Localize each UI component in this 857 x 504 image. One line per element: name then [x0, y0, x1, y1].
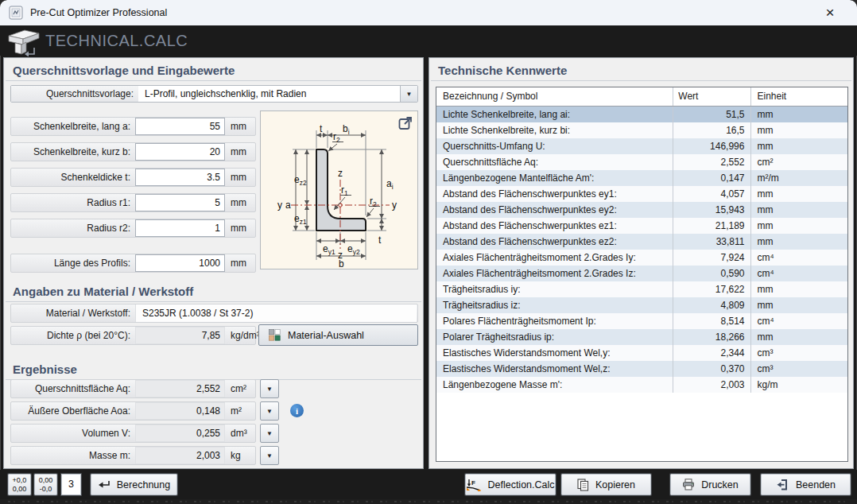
footer-bar: +0,0 0,00 0,00 -0,0 3 Berechnung F De — [0, 470, 857, 499]
kennwert-value: 18,266 — [673, 329, 750, 345]
increase-decimals-button[interactable]: +0,0 0,00 — [8, 474, 31, 495]
material-select-button[interactable]: Material-Auswahl — [258, 324, 418, 346]
kennwert-unit: cm⁴ — [750, 250, 847, 266]
density-label: Dichte ρ (bei 20°C): — [11, 327, 130, 344]
kennwert-unit: mm — [750, 329, 847, 345]
input-field-row: Schenkeldicke t: 3.5 mm — [10, 168, 256, 187]
input-field-row: Schenkelbreite, kurz b: 20 mm — [10, 142, 256, 161]
kennwert-unit: mm — [750, 122, 847, 138]
dim-label-t-right: t — [378, 235, 382, 246]
kennwert-unit: cm⁴ — [750, 266, 847, 281]
template-label: Querschnittsvorlage: — [11, 86, 138, 102]
dim-label-a: a — [285, 200, 291, 211]
field-unit: mm — [231, 194, 246, 211]
field-unit: mm — [231, 169, 246, 186]
length-input[interactable]: 1000 — [135, 254, 225, 272]
kennwert-value: 2,003 — [673, 377, 750, 393]
printer-icon — [682, 479, 695, 490]
kennwert-value: 4,057 — [673, 186, 750, 202]
result-row: Masse m: 2,003 kg ▼ i — [10, 446, 312, 465]
kennwert-value: 16,5 — [673, 122, 750, 138]
dim-label-y-left: y — [277, 200, 282, 211]
kennwerte-row[interactable]: Polarer Trägheitsradius ip: 18,266 mm — [436, 329, 847, 345]
print-label: Drucken — [701, 479, 739, 490]
template-selected-value: L-Profil, ungleichschenklig, mit Radien — [145, 86, 400, 102]
material-value: S235JR (1.0038 / St 37-2) — [135, 304, 417, 322]
field-input[interactable]: 3.5 — [135, 169, 225, 186]
field-input[interactable]: 55 — [135, 118, 225, 135]
combo-dropdown-button[interactable]: ▼ — [400, 86, 417, 102]
input-field-row: Radius r1: 5 mm — [10, 193, 256, 212]
kennwerte-row[interactable]: Lichte Schenkelbreite, lang ai: 51,5 mm — [436, 107, 847, 122]
close-button[interactable]: × — [814, 0, 846, 25]
deflection-label: Deflection.Calc — [487, 479, 554, 490]
decrease-decimals-button[interactable]: 0,00 -0,0 — [34, 474, 57, 495]
kennwerte-row[interactable]: Abstand des Flächenschwerpunktes ez1: 21… — [436, 218, 847, 234]
kennwerte-table-body: Lichte Schenkelbreite, lang ai: 51,5 mm … — [436, 107, 847, 393]
kennwerte-row[interactable]: Abstand des Flächenschwerpunktes ey1: 4,… — [436, 186, 847, 202]
section-title-kennwerte: Technische Kennwerte — [431, 58, 851, 81]
kennwerte-row[interactable]: Lichte Schenkelbreite, kurz bi: 16,5 mm — [436, 122, 847, 138]
open-diagram-external-icon[interactable] — [397, 115, 413, 131]
return-arrow-icon — [98, 480, 111, 490]
kennwerte-row[interactable]: Axiales Flächenträgheitsmoment 2.Grades … — [436, 250, 847, 266]
kennwerte-row[interactable]: Trägheitsradius iy: 17,622 mm — [436, 281, 847, 297]
kennwert-name: Polares Flächenträgheitsmoment Ip: — [436, 313, 673, 329]
kennwerte-row[interactable]: Axiales Flächenträgheitsmoment 2.Grades … — [436, 266, 847, 281]
dim-label-y-right: y — [392, 200, 397, 211]
column-header-wert[interactable]: Wert — [673, 87, 750, 106]
dim-label-r1: r1 — [341, 184, 348, 197]
unit-dropdown-button[interactable]: ▼ — [260, 446, 279, 465]
calculate-button[interactable]: Berechnung — [91, 474, 177, 495]
kennwert-value: 21,189 — [673, 218, 750, 234]
field-unit: mm — [231, 219, 246, 237]
kennwerte-row[interactable]: Polares Flächenträgheitsmoment Ip: 8,514… — [436, 313, 847, 329]
kennwert-name: Querschnittsfläche Aq: — [436, 154, 673, 170]
kennwerte-panel: Technische Kennwerte Bezeichnung / Symbo… — [428, 57, 854, 469]
background-window-strip — [0, 499, 857, 504]
dim-label-r2-top: r2 — [333, 131, 340, 144]
field-unit: mm — [231, 254, 246, 272]
kennwerte-row[interactable]: Querschnitts-Umfang U: 146,996 mm — [436, 138, 847, 154]
info-icon[interactable]: i — [290, 404, 304, 417]
kennwerte-row[interactable]: Abstand des Flächenschwerpunktes ey2: 15… — [436, 202, 847, 218]
kennwerte-row[interactable]: Abstand des Flächenschwerpunktes ez2: 33… — [436, 234, 847, 250]
section-title-inputs: Querschnittsvorlage und Eingabewerte — [6, 58, 421, 81]
kennwert-value: 146,996 — [673, 138, 750, 154]
field-input[interactable]: 20 — [135, 143, 225, 161]
unit-dropdown-button[interactable]: ▼ — [260, 424, 279, 443]
column-header-einheit[interactable]: Einheit — [750, 87, 847, 106]
kennwert-name: Trägheitsradius iy: — [436, 281, 673, 297]
copy-button[interactable]: Kopieren — [561, 474, 651, 495]
deflection-calc-button[interactable]: F Deflection.Calc — [465, 474, 556, 495]
unit-dropdown-button[interactable]: ▼ — [260, 401, 279, 421]
field-input[interactable]: 1 — [135, 219, 225, 237]
section-title-material: Angaben zu Material / Werkstoff — [6, 279, 421, 302]
print-button[interactable]: Drucken — [670, 474, 750, 495]
field-input[interactable]: 5 — [135, 194, 225, 211]
kennwerte-row[interactable]: Querschnittsfläche Aq: 2,552 cm² — [436, 154, 847, 170]
kennwerte-row[interactable]: Elastisches Widerstandsmoment Wel,z: 0,3… — [436, 361, 847, 377]
kennwert-value: 4,809 — [673, 297, 750, 313]
dim-label-bi: bi — [343, 123, 350, 136]
section-title-results: Ergebnisse — [6, 357, 421, 380]
dim-label-ey1: ey1 — [323, 243, 335, 256]
cross-section-template-combobox[interactable]: Querschnittsvorlage: L-Profil, ungleichs… — [10, 85, 418, 103]
decimals-input[interactable]: 3 — [61, 474, 81, 495]
increase-decimals-line1: +0,0 — [13, 476, 27, 485]
dim-label-ey2: ey2 — [347, 243, 360, 256]
kennwert-unit: kg/m — [750, 377, 847, 393]
kennwerte-row[interactable]: Längenbezogene Masse m': 2,003 kg/m — [436, 377, 847, 393]
unit-dropdown-button[interactable]: ▼ — [260, 379, 279, 398]
kennwerte-row[interactable]: Trägheitsradius iz: 4,809 mm — [436, 297, 847, 313]
exit-label: Beenden — [796, 479, 836, 490]
material-grid-icon — [269, 329, 281, 341]
exit-button[interactable]: Beenden — [761, 474, 851, 495]
kennwerte-row[interactable]: Elastisches Widerstandsmoment Wel,y: 2,3… — [436, 345, 847, 361]
kennwert-name: Abstand des Flächenschwerpunktes ez1: — [436, 218, 673, 234]
density-value: 7,85 — [135, 327, 225, 344]
column-header-bezeichnung[interactable]: Bezeichnung / Symbol — [436, 87, 673, 106]
dim-label-r2-right: r2 — [370, 196, 377, 208]
field-label: Radius r1: — [11, 194, 130, 211]
kennwerte-row[interactable]: Längenbezogene Mantelfläche Am': 0,147 m… — [436, 170, 847, 186]
